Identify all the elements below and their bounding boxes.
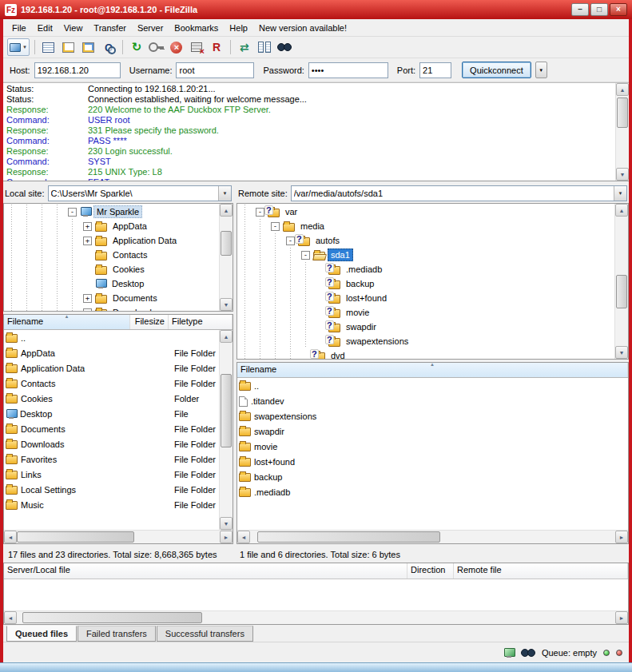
local-tree-item-documents[interactable]: +Documents (4, 291, 219, 305)
local-site-combo[interactable]: ▼ (48, 185, 232, 201)
scroll-up-icon[interactable]: ▲ (616, 83, 629, 96)
local-file-row-links[interactable]: LinksFile Folder (4, 467, 219, 482)
local-column-filetype[interactable]: Filetype (169, 315, 233, 329)
menu-edit[interactable]: Edit (32, 21, 58, 35)
tab-failed-transfers[interactable]: Failed transfers (78, 626, 156, 642)
local-file-row-music[interactable]: MusicFile Folder (4, 497, 219, 512)
scroll-down-icon[interactable]: ▼ (616, 168, 629, 181)
plus-expander-icon[interactable]: + (80, 308, 95, 312)
remote-tree-item-backup[interactable]: backup (237, 276, 614, 291)
minus-expander-icon[interactable]: - (298, 251, 313, 260)
remote-tree-item-sda1[interactable]: -sda1 (237, 248, 614, 262)
find-files-icon[interactable] (276, 38, 293, 56)
remote-file-row-item[interactable]: .. (237, 378, 628, 393)
site-manager-icon[interactable]: ▼ (7, 38, 30, 56)
username-input[interactable] (176, 62, 254, 78)
remote-tree-item-swapdir[interactable]: swapdir (237, 320, 614, 334)
local-file-row-downloads[interactable]: DownloadsFile Folder (4, 436, 219, 451)
queue-hscrollbar[interactable]: ◄ ► (4, 610, 628, 624)
remote-site-input[interactable] (292, 186, 614, 201)
queue-column-remote-file[interactable]: Remote file (454, 563, 628, 579)
port-input[interactable] (419, 62, 451, 78)
binoculars-status-icon[interactable] (521, 649, 535, 657)
local-tree-item-downloads[interactable]: +Downloads (4, 305, 219, 311)
remote-tree-item-swapextensions[interactable]: swapextensions (237, 334, 614, 348)
scroll-right-icon[interactable]: ► (615, 611, 628, 624)
scroll-right-icon[interactable]: ► (220, 531, 233, 543)
host-input[interactable] (34, 62, 121, 78)
local-tree-item-mr-sparkle[interactable]: -Mr Sparkle (4, 205, 219, 219)
reconnect-icon[interactable] (208, 38, 225, 56)
remote-tree-item-movie[interactable]: movie (237, 305, 614, 320)
remote-file-row-titandev[interactable]: .titandev (237, 393, 628, 408)
menu-server[interactable]: Server (132, 21, 169, 35)
local-column-filesize[interactable]: Filesize (130, 315, 169, 329)
local-tree-item-desktop[interactable]: Desktop (4, 276, 219, 291)
directory-comparison-icon[interactable] (256, 38, 273, 56)
tab-successful-transfers[interactable]: Successful transfers (157, 626, 253, 642)
remote-list-hscrollbar[interactable]: ◄ ► (237, 530, 628, 543)
site-manager-dropdown-icon[interactable]: ▼ (22, 45, 27, 50)
close-button[interactable]: × (610, 3, 627, 16)
remote-tree-item-lost-found[interactable]: lost+found (237, 291, 614, 305)
local-file-row-local-settings[interactable]: Local SettingsFile Folder (4, 482, 219, 497)
local-site-dropdown-icon[interactable]: ▼ (218, 186, 231, 201)
password-input[interactable] (308, 62, 388, 78)
queue-column-direction[interactable]: Direction (407, 563, 454, 579)
tab-queued-files[interactable]: Queued files (6, 626, 77, 642)
local-file-row-contacts[interactable]: ContactsFile Folder (4, 376, 219, 391)
cancel-icon[interactable] (168, 38, 185, 56)
local-file-row-cookies[interactable]: CookiesFolder (4, 391, 219, 406)
scroll-left-icon[interactable]: ◄ (237, 531, 250, 543)
queue-toggle-icon[interactable] (100, 38, 117, 56)
scroll-up-icon[interactable]: ▲ (220, 330, 233, 343)
local-tree-scrollbar[interactable]: ▲ ▼ (219, 204, 233, 311)
local-tree-item-contacts[interactable]: Contacts (4, 248, 219, 262)
plus-expander-icon[interactable]: + (80, 294, 95, 303)
local-file-row-favorites[interactable]: FavoritesFile Folder (4, 451, 219, 467)
remote-file-row-backup[interactable]: backup (237, 469, 628, 484)
remote-column-filename[interactable]: Filename (237, 363, 628, 377)
remote-file-row-lost-found[interactable]: lost+found (237, 454, 628, 469)
menu-bookmarks[interactable]: Bookmarks (169, 21, 224, 35)
scroll-down-icon[interactable]: ▼ (220, 298, 233, 311)
plus-expander-icon[interactable]: + (80, 222, 95, 231)
scroll-down-icon[interactable]: ▼ (220, 517, 233, 530)
remote-tree-item-autofs[interactable]: -autofs (237, 233, 614, 248)
menu-help[interactable]: Help (224, 21, 253, 35)
local-column-filename[interactable]: Filename (4, 315, 130, 329)
menu-file[interactable]: File (6, 21, 32, 35)
menu-view[interactable]: View (58, 21, 89, 35)
queue-column-server-local-file[interactable]: Server/Local file (4, 563, 407, 579)
quickconnect-button[interactable]: Quickconnect (462, 62, 531, 78)
local-file-row-desktop[interactable]: DesktopFile (4, 406, 219, 421)
remote-site-combo[interactable]: ▼ (291, 185, 627, 201)
local-list-scrollbar[interactable]: ▲ ▼ (219, 330, 233, 530)
local-site-input[interactable] (49, 186, 218, 201)
remote-file-row-mediadb[interactable]: .mediadb (237, 484, 628, 499)
scroll-up-icon[interactable]: ▲ (615, 204, 628, 217)
scroll-left-icon[interactable]: ◄ (4, 611, 17, 624)
remote-file-row-swapextensions[interactable]: swapextensions (237, 408, 628, 423)
message-log-toggle-icon[interactable] (40, 38, 58, 56)
local-tree-item-cookies[interactable]: Cookies (4, 262, 219, 276)
scroll-left-icon[interactable]: ◄ (4, 531, 17, 543)
minimize-button[interactable]: – (571, 3, 589, 16)
remote-file-row-swapdir[interactable]: swapdir (237, 423, 628, 439)
maximize-button[interactable]: □ (590, 3, 608, 16)
remote-tree-item-media[interactable]: -media (237, 219, 614, 233)
local-file-row-documents[interactable]: DocumentsFile Folder (4, 421, 219, 436)
remote-tree-item-dvd[interactable]: dvd (237, 348, 614, 359)
local-list-hscrollbar[interactable]: ◄ ► (4, 530, 233, 543)
disconnect-icon[interactable] (188, 38, 205, 56)
remote-tree-item-var[interactable]: -var (237, 205, 614, 219)
remote-tree-item-mediadb[interactable]: .mediadb (237, 262, 614, 276)
scroll-down-icon[interactable]: ▼ (615, 346, 628, 359)
plus-expander-icon[interactable]: + (80, 237, 95, 245)
monitor-status-icon[interactable] (503, 648, 515, 658)
local-file-row-item[interactable]: .. (4, 330, 219, 345)
scroll-up-icon[interactable]: ▲ (220, 204, 233, 217)
refresh-icon[interactable] (128, 38, 145, 56)
local-tree-toggle-icon[interactable] (60, 38, 78, 56)
local-tree-item-appdata[interactable]: +AppData (4, 219, 219, 233)
